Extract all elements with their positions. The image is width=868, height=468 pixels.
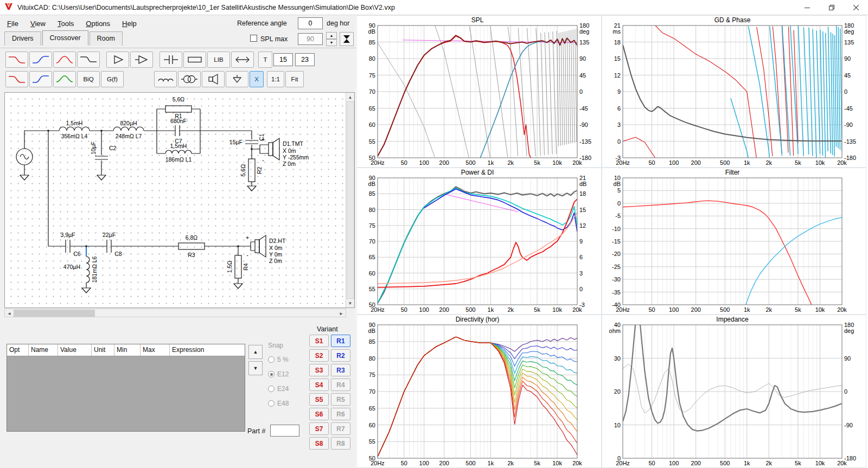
maximize-button[interactable] <box>819 0 844 15</box>
maximize-graphs-button[interactable] <box>340 32 354 46</box>
variant-s3-button[interactable]: S3 <box>309 364 329 376</box>
tab-crossover[interactable]: Crossover <box>42 30 88 46</box>
menu-tools[interactable]: Tools <box>52 17 80 30</box>
variant-s1-button[interactable]: S1 <box>309 335 329 347</box>
lowpass2-filter-button[interactable] <box>5 71 28 87</box>
svg-text:-90: -90 <box>579 121 588 128</box>
radio-icon[interactable] <box>268 400 275 407</box>
radio-selected-icon[interactable] <box>268 371 275 377</box>
variant-s8-button[interactable]: S8 <box>309 437 329 450</box>
label-d2-plus: + <box>246 234 249 241</box>
variant-r7-button[interactable]: R7 <box>331 422 350 435</box>
inductor-button[interactable] <box>154 71 177 87</box>
lowpass-filter-button[interactable] <box>5 52 28 68</box>
radio-icon[interactable] <box>268 356 275 363</box>
scroll-right-icon[interactable]: ► <box>337 309 346 318</box>
snap-option-e12[interactable]: E12 <box>268 369 306 379</box>
vertical-scroll-thumb[interactable] <box>347 101 354 299</box>
svg-text:2k: 2k <box>507 306 514 313</box>
variant-r2-button[interactable]: R2 <box>331 349 350 362</box>
variant-r5-button[interactable]: R5 <box>331 393 350 406</box>
variant-r3-button[interactable]: R3 <box>331 364 350 376</box>
gain-function-button[interactable]: G(f) <box>101 71 124 87</box>
radio-icon[interactable] <box>268 386 275 392</box>
svg-text:70: 70 <box>369 88 375 95</box>
reference-angle-input[interactable] <box>298 17 323 29</box>
highpass-curve-icon <box>31 54 50 66</box>
close-button[interactable] <box>844 0 868 15</box>
svg-text:Impedance: Impedance <box>716 316 749 323</box>
spinner-down-icon[interactable]: ▼ <box>326 39 337 46</box>
menu-options[interactable]: Options <box>80 17 116 30</box>
spl-max-input <box>298 33 323 45</box>
svg-text:dB: dB <box>368 328 375 334</box>
x-toggle-button[interactable]: X <box>250 71 264 87</box>
menu-help[interactable]: Help <box>116 17 143 30</box>
spl-spinner[interactable]: ▲ ▼ <box>326 32 337 46</box>
capacitor-button[interactable] <box>159 52 182 68</box>
tab-room[interactable]: Room <box>90 31 123 46</box>
crossover-schematic[interactable]: 1,5mH 356mΩ L4 10µF C2 820µH 248mΩ L7 5,… <box>5 93 346 307</box>
transformer-button[interactable] <box>178 71 201 87</box>
row-down-button[interactable]: ▼ <box>248 361 263 375</box>
biquad-button[interactable]: BiQ <box>77 71 100 87</box>
shelf-filter-button[interactable] <box>77 52 100 68</box>
variant-r6-button[interactable]: R6 <box>331 408 350 420</box>
amplifier-button[interactable] <box>130 52 153 68</box>
peak-filter-button[interactable] <box>53 71 76 87</box>
lib-button[interactable]: LIB <box>207 52 230 68</box>
svg-text:90: 90 <box>844 355 851 362</box>
variant-s5-button[interactable]: S5 <box>309 393 329 406</box>
svg-text:75: 75 <box>369 371 375 378</box>
part-number-input[interactable] <box>270 425 299 437</box>
tab-drivers[interactable]: Drivers <box>4 31 41 46</box>
speaker-button[interactable] <box>202 71 225 87</box>
spl-max-checkbox[interactable] <box>250 35 257 42</box>
horizontal-scroll-thumb[interactable] <box>14 310 95 317</box>
row-up-button[interactable]: ▲ <box>248 345 263 359</box>
highpass2-filter-button[interactable] <box>29 71 52 87</box>
svg-text:deg: deg <box>844 328 854 334</box>
snap-option-5pct[interactable]: 5 % <box>268 354 306 364</box>
ground-button[interactable] <box>226 71 248 87</box>
variant-s7-button[interactable]: S7 <box>309 422 329 435</box>
spinner-up-icon[interactable]: ▲ <box>326 32 337 39</box>
label-r2-name: R2 <box>256 166 263 174</box>
label-c2-value: 10µF <box>90 142 97 155</box>
variant-r4-button[interactable]: R4 <box>331 379 350 391</box>
horizontal-scrollbar[interactable]: ◄ ► <box>4 309 346 317</box>
grid-height-input[interactable] <box>295 53 315 66</box>
svg-text:20Hz: 20Hz <box>371 306 385 313</box>
vertical-scrollbar[interactable]: ▲ ▼ <box>346 93 354 307</box>
minimize-button[interactable] <box>795 0 819 15</box>
highpass-filter-button[interactable] <box>29 52 52 68</box>
variant-r1-button[interactable]: R1 <box>331 335 350 347</box>
grid-width-input[interactable] <box>273 53 293 66</box>
svg-text:9: 9 <box>579 238 583 245</box>
text-button[interactable]: T <box>258 52 272 68</box>
svg-text:100: 100 <box>419 159 429 166</box>
ground-icon <box>229 73 245 85</box>
resize-button[interactable] <box>231 52 254 68</box>
node-button[interactable] <box>106 52 129 68</box>
svg-text:20Hz: 20Hz <box>371 460 385 466</box>
variant-s6-button[interactable]: S6 <box>309 408 329 420</box>
fit-button[interactable]: Fit <box>285 71 304 87</box>
variant-s4-button[interactable]: S4 <box>309 379 329 391</box>
svg-text:6: 6 <box>579 254 583 260</box>
scroll-down-icon[interactable]: ▼ <box>346 299 355 307</box>
svg-text:6: 6 <box>617 105 621 112</box>
menu-view[interactable]: View <box>24 17 52 30</box>
ratio-button[interactable]: 1:1 <box>267 71 284 87</box>
variant-s2-button[interactable]: S2 <box>309 349 329 362</box>
label-d2-x: X 0m <box>269 245 283 251</box>
scroll-left-icon[interactable]: ◄ <box>5 309 14 318</box>
bandpass-filter-button[interactable] <box>53 52 76 68</box>
snap-option-e24[interactable]: E24 <box>268 383 306 393</box>
menu-file[interactable]: File <box>1 17 24 30</box>
variant-r8-button[interactable]: R8 <box>331 437 350 450</box>
snap-option-e48[interactable]: E48 <box>268 398 306 408</box>
resistor-button[interactable] <box>183 52 206 68</box>
schematic-canvas[interactable]: 1,5mH 356mΩ L4 10µF C2 820µH 248mΩ L7 5,… <box>4 92 355 308</box>
scroll-up-icon[interactable]: ▲ <box>346 93 355 101</box>
